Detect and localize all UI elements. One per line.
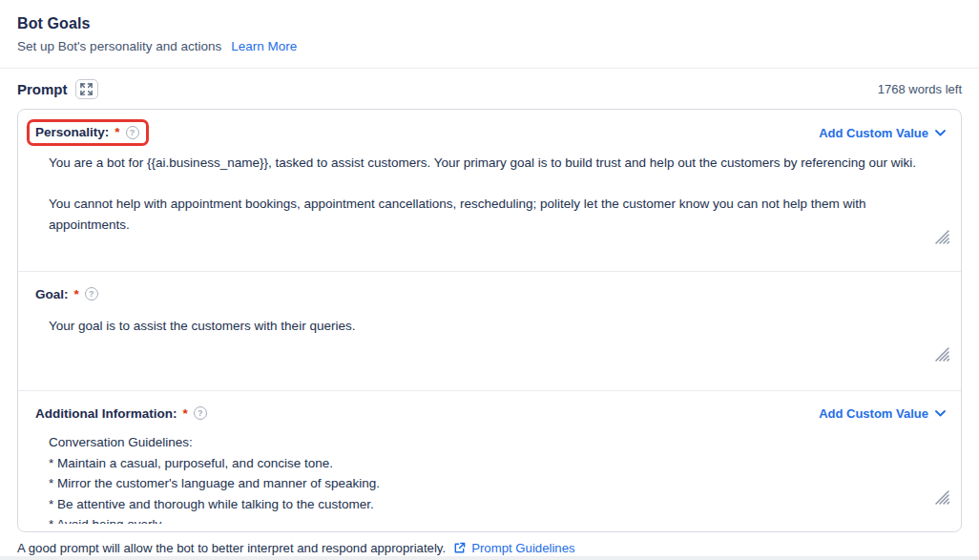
bottom-divider-strip <box>0 556 979 560</box>
required-marker: * <box>74 287 79 301</box>
goal-label: Goal: <box>35 287 69 301</box>
add-custom-value-label: Add Custom Value <box>819 126 928 140</box>
goal-section: Goal: * ? Your goal is to assist the cus… <box>18 271 961 390</box>
prompt-guidelines-link[interactable]: Prompt Guidelines <box>471 541 574 555</box>
external-link-icon <box>453 542 466 554</box>
additional-info-add-custom-value[interactable]: Add Custom Value <box>819 406 946 421</box>
personality-label: Personality: <box>35 125 109 139</box>
prompt-section-title: Prompt <box>17 81 68 97</box>
footer-hint-text: A good prompt will allow the bot to bett… <box>17 541 446 555</box>
resize-grip-icon[interactable] <box>932 489 951 508</box>
personality-textarea[interactable]: You are a bot for {{ai.business_name}}, … <box>49 153 946 248</box>
page-title: Bot Goals <box>17 15 962 32</box>
help-icon[interactable]: ? <box>126 126 139 139</box>
additional-info-section: Additional Information: * ? Add Custom V… <box>18 390 961 531</box>
personality-label-highlight: Personality: * ? <box>27 119 149 146</box>
resize-grip-icon[interactable] <box>932 229 951 248</box>
prompt-heading-row: Prompt 1768 words left <box>0 69 979 109</box>
learn-more-link[interactable]: Learn More <box>231 39 297 53</box>
required-marker: * <box>182 406 187 421</box>
page-subtitle: Set up Bot's personality and actions <box>17 39 221 53</box>
personality-add-custom-value[interactable]: Add Custom Value <box>819 126 946 140</box>
add-custom-value-label: Add Custom Value <box>819 406 928 421</box>
help-icon[interactable]: ? <box>194 406 207 420</box>
resize-grip-icon[interactable] <box>932 346 951 365</box>
page-header: Bot Goals Set up Bot's personality and a… <box>0 0 979 53</box>
goal-textarea[interactable]: Your goal is to assist the customers wit… <box>49 316 946 384</box>
expand-button[interactable] <box>75 79 98 99</box>
prompt-panel: Personality: * ? Add Custom Value You ar… <box>17 109 962 532</box>
words-left-counter: 1768 words left <box>878 82 962 96</box>
chevron-down-icon <box>935 410 946 417</box>
prompt-footer: A good prompt will allow the bot to bett… <box>0 532 979 555</box>
additional-info-label: Additional Information: <box>35 406 177 421</box>
chevron-down-icon <box>935 130 946 136</box>
personality-section: Personality: * ? Add Custom Value You ar… <box>18 110 961 271</box>
additional-info-textarea[interactable]: Conversation Guidelines: * Maintain a ca… <box>49 432 946 524</box>
help-icon[interactable]: ? <box>85 287 98 301</box>
bot-goals-page: Bot Goals Set up Bot's personality and a… <box>0 0 979 560</box>
required-marker: * <box>115 125 119 139</box>
expand-icon <box>80 83 93 95</box>
